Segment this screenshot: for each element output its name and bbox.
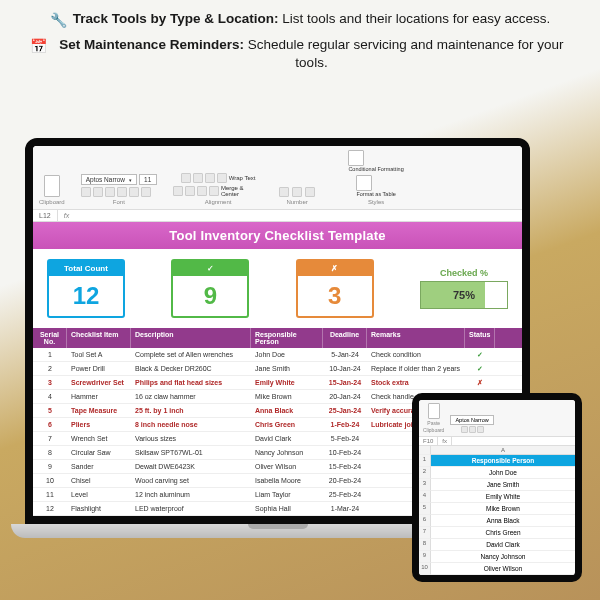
progress-bar: 75% [420, 281, 508, 309]
border-button[interactable] [117, 187, 127, 197]
stat-unchecked-value: 3 [298, 276, 372, 316]
tablet-ribbon-clipboard: Clipboard [423, 427, 444, 433]
format-as-table-button[interactable]: Format as Table [356, 175, 395, 197]
calendar-icon: 📅 [30, 38, 47, 54]
col-deadline: Deadline [323, 328, 367, 348]
tablet-screen: Paste Clipboard Aptos Narrow F10 fx A 1 … [419, 400, 575, 575]
comma-button[interactable] [305, 187, 315, 197]
promo-text-2: Set Maintenance Reminders: Schedule regu… [53, 36, 570, 72]
wrench-icon: 🔧 [50, 12, 67, 28]
table-row[interactable]: 1Tool Set AComplete set of Allen wrenche… [33, 348, 522, 362]
currency-button[interactable] [279, 187, 289, 197]
paste-icon[interactable] [44, 175, 60, 197]
stat-total-value: 12 [49, 276, 123, 316]
align-right-button[interactable] [197, 186, 207, 196]
italic-button[interactable] [93, 187, 103, 197]
cross-icon: ✗ [298, 261, 372, 276]
font-color-button[interactable] [141, 187, 151, 197]
paste-icon[interactable] [428, 403, 440, 419]
stat-checked-value: 9 [173, 276, 247, 316]
col-description: Description [131, 328, 251, 348]
tablet-name-box[interactable]: F10 [419, 437, 438, 445]
align-center-button[interactable] [185, 186, 195, 196]
align-left-button[interactable] [173, 186, 183, 196]
col-remarks: Remarks [367, 328, 465, 348]
tablet-row[interactable]: 3Jane Smith [419, 479, 575, 491]
merge-center-button[interactable]: Merge & Center [209, 185, 263, 197]
promo-text-1: Track Tools by Type & Location: List too… [73, 10, 550, 28]
tablet-worksheet: A 1 Responsible Person 2John Doe3Jane Sm… [419, 446, 575, 575]
tablet-row[interactable]: 5Mike Brown [419, 503, 575, 515]
ribbon-group-alignment: Wrap Text Merge & Center Alignment [173, 173, 263, 205]
stat-unchecked: ✗ 3 [296, 259, 374, 318]
col-serial: Serial No. [33, 328, 67, 348]
tablet-fx-label: fx [438, 437, 452, 445]
ribbon-group-styles: Conditional Formatting Format as Table S… [331, 150, 421, 205]
tablet-row[interactable]: 4Emily White [419, 491, 575, 503]
tablet-corner [419, 446, 431, 455]
promo-section: 🔧 Track Tools by Type & Location: List t… [0, 0, 600, 87]
tablet-header-cell: Responsible Person [431, 455, 575, 467]
paste-label: Paste [427, 420, 440, 426]
stats-row: Total Count 12 ✓ 9 ✗ 3 Checked % [33, 249, 522, 328]
align-bottom-button[interactable] [205, 173, 215, 183]
ribbon-group-font: Aptos Narrow▾ 11 Font [81, 174, 157, 205]
col-item: Checklist Item [67, 328, 131, 348]
percent-button[interactable] [292, 187, 302, 197]
table-header: Serial No. Checklist Item Description Re… [33, 328, 522, 348]
tablet-font-select[interactable]: Aptos Narrow [450, 415, 493, 425]
font-size-select[interactable]: 11 [139, 174, 157, 185]
ribbon-label-styles: Styles [368, 199, 384, 205]
tablet-row-num: 1 [419, 455, 431, 467]
ribbon-label-clipboard: Clipboard [39, 199, 65, 205]
tablet-row[interactable]: 10Oliver Wilson [419, 563, 575, 575]
tablet-formula-bar: F10 fx [419, 437, 575, 446]
tablet-col-letter: A [431, 446, 575, 455]
sheet-title: Tool Inventory Checklist Template [33, 222, 522, 249]
underline-button[interactable] [105, 187, 115, 197]
stat-checked: ✓ 9 [171, 259, 249, 318]
tablet-ribbon: Paste Clipboard Aptos Narrow [419, 400, 575, 437]
stat-percent-value: 75% [453, 289, 475, 301]
formula-input[interactable] [75, 210, 522, 221]
excel-ribbon: Clipboard Aptos Narrow▾ 11 [33, 146, 522, 210]
tablet-row[interactable]: 2John Doe [419, 467, 575, 479]
ribbon-label-alignment: Alignment [205, 199, 232, 205]
table-row[interactable]: 3Screwdriver SetPhilips and flat head si… [33, 376, 522, 390]
ribbon-label-font: Font [113, 199, 125, 205]
ribbon-group-number: Number [279, 187, 315, 205]
stat-total: Total Count 12 [47, 259, 125, 318]
table-row[interactable]: 2Power DrillBlack & Decker DR260CJane Sm… [33, 362, 522, 376]
tablet-row[interactable]: 9Nancy Johnson [419, 551, 575, 563]
promo-line-2: 📅 Set Maintenance Reminders: Schedule re… [30, 36, 570, 72]
col-person: Responsible Person [251, 328, 323, 348]
ribbon-group-clipboard: Clipboard [39, 175, 65, 205]
promo-line-1: 🔧 Track Tools by Type & Location: List t… [30, 10, 570, 28]
check-icon: ✓ [173, 261, 247, 276]
stat-total-label: Total Count [49, 261, 123, 276]
tablet-mockup: Paste Clipboard Aptos Narrow F10 fx A 1 … [412, 393, 582, 582]
formula-bar: L12 fx [33, 210, 522, 222]
tablet-row[interactable]: 6Anna Black [419, 515, 575, 527]
bold-button[interactable] [81, 187, 91, 197]
stat-percent: Checked % 75% [420, 268, 508, 309]
align-top-button[interactable] [181, 173, 191, 183]
fill-color-button[interactable] [129, 187, 139, 197]
tablet-row[interactable]: 7Chris Green [419, 527, 575, 539]
tablet-row[interactable]: 8David Clark [419, 539, 575, 551]
conditional-formatting-button[interactable]: Conditional Formatting [348, 150, 403, 172]
stat-percent-label: Checked % [420, 268, 508, 278]
wrap-text-button[interactable]: Wrap Text [217, 173, 256, 183]
ribbon-label-number: Number [286, 199, 307, 205]
name-box[interactable]: L12 [33, 210, 58, 221]
col-status: Status [465, 328, 495, 348]
align-middle-button[interactable] [193, 173, 203, 183]
font-name-select[interactable]: Aptos Narrow▾ [81, 174, 137, 185]
fx-label: fx [58, 210, 75, 221]
